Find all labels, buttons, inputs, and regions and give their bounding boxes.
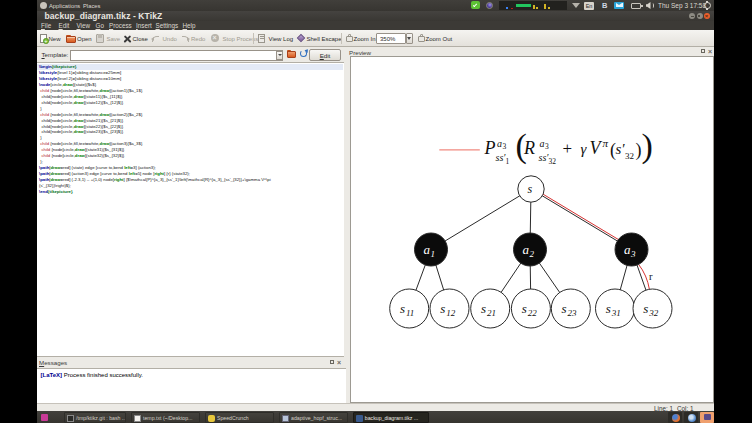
svg-text:s: s [521,301,526,316]
svg-text:s: s [527,182,532,196]
svg-text:a: a [624,242,631,257]
svg-text:32: 32 [625,151,634,161]
svg-text:a: a [539,138,544,149]
svg-text:12: 12 [446,308,456,318]
svg-text:a: a [522,242,529,257]
svg-text:+: + [562,139,572,158]
svg-text:32: 32 [548,157,556,166]
svg-text:P: P [483,138,495,158]
svg-text:31: 31 [610,308,620,318]
svg-text:32: 32 [648,308,659,318]
svg-text:22: 22 [527,308,537,318]
svg-text:23: 23 [567,308,577,318]
svg-text:s: s [561,301,566,316]
svg-text:V: V [589,138,602,158]
svg-text:s′: s′ [615,141,625,157]
svg-text:s: s [605,301,610,316]
svg-text:a: a [497,138,502,149]
svg-text:11: 11 [406,308,414,318]
svg-text:2: 2 [529,249,534,259]
svg-text:s: s [400,301,405,316]
svg-text:s: s [643,301,648,316]
svg-text:γ: γ [580,141,587,157]
svg-text:3: 3 [630,249,636,259]
svg-text:): ) [641,127,652,165]
svg-text:3: 3 [545,142,549,151]
svg-text:a: a [423,242,430,257]
svg-text:1: 1 [430,249,435,259]
svg-text:3: 3 [502,142,506,151]
svg-text:21: 21 [487,308,496,318]
svg-text:r: r [649,271,653,282]
svg-text:1: 1 [505,157,509,166]
svg-text:π: π [602,137,608,149]
svg-text:R: R [523,138,535,158]
svg-text:s: s [440,301,445,316]
svg-text:s: s [481,301,486,316]
